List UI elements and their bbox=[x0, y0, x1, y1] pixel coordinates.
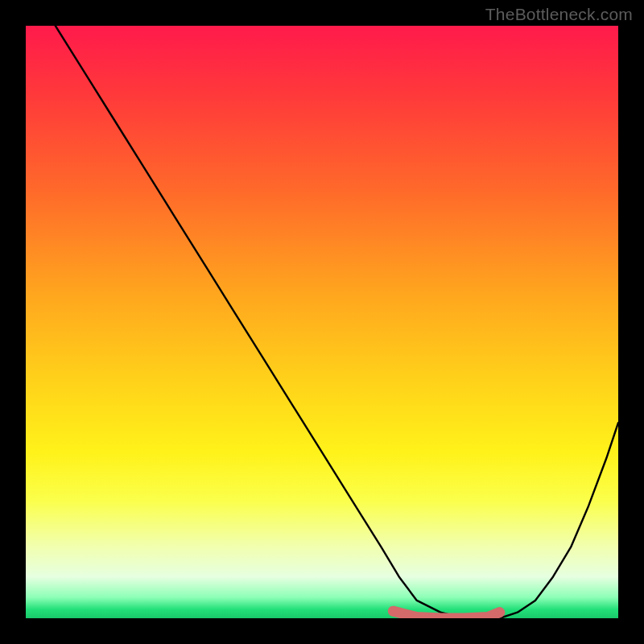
chart-frame: TheBottleneck.com bbox=[0, 0, 644, 644]
curve-svg bbox=[26, 26, 618, 618]
watermark-text: TheBottleneck.com bbox=[485, 5, 633, 24]
bottleneck-curve-path bbox=[56, 26, 618, 618]
plot-area bbox=[26, 26, 618, 618]
flat-bottom-marker-path bbox=[393, 611, 499, 618]
